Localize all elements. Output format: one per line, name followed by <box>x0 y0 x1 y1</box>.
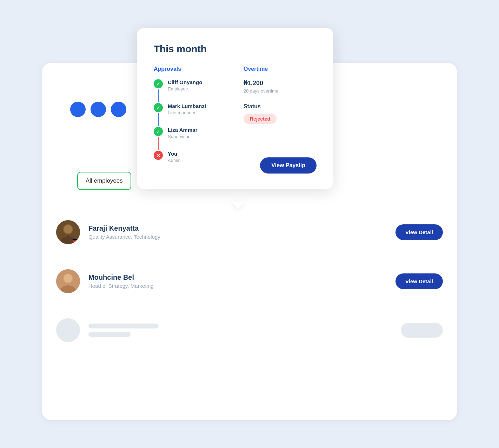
view-detail-button-mouhcine[interactable]: View Detail <box>395 273 443 289</box>
approver-4-role: Admin <box>168 158 181 163</box>
svg-point-3 <box>64 225 72 233</box>
approvals-column: Approvals ✓ Cliff Onyango Employee ✓ <box>154 66 238 174</box>
placeholder-avatar <box>56 318 80 342</box>
check-icon-3: ✓ <box>154 127 163 136</box>
approver-3: ✓ Liza Ammar Supervisor <box>154 127 227 151</box>
flag-kenya: 🇰🇪 <box>72 238 79 243</box>
popup-card: This month Approvals ✓ Cliff Onyango Emp… <box>137 28 333 189</box>
view-detail-button-faraji[interactable]: View Detail <box>395 224 443 240</box>
connector-3 <box>158 137 159 150</box>
status-badge: Rejected <box>244 114 277 124</box>
approver-1: ✓ Cliff Onyango Employee <box>154 79 227 103</box>
dot-3 <box>111 102 126 117</box>
connector-2 <box>158 113 159 126</box>
employee-name-faraji: Faraji Kenyatta <box>88 224 387 232</box>
employee-row-placeholder <box>42 308 457 352</box>
connector-1 <box>158 89 159 102</box>
check-icon-2: ✓ <box>154 103 163 112</box>
employee-name-mouhcine: Mouhcine Bel <box>88 273 387 281</box>
approver-4: ✕ You Admin <box>154 151 227 163</box>
overtime-header: Overtime <box>244 66 317 72</box>
approver-4-name: You <box>168 151 181 157</box>
approvals-header: Approvals <box>154 66 227 72</box>
status-header: Status <box>244 103 317 110</box>
approver-2-role: Line manager <box>168 110 206 115</box>
employee-role-faraji: Quality Assurance, Technology <box>88 234 387 240</box>
x-icon-4: ✕ <box>154 151 163 160</box>
approver-2-name: Mark Lumbanzi <box>168 103 206 109</box>
view-payslip-button[interactable]: View Payslip <box>260 157 317 174</box>
placeholder-btn <box>401 323 443 338</box>
employees-section: 🇰🇪 Faraji Kenyatta Quality Assurance, Te… <box>42 210 457 358</box>
all-employees-button[interactable]: All employees <box>77 172 131 190</box>
overtime-amount: ₦1,200 <box>244 79 317 87</box>
approver-3-role: Supervisor <box>168 134 197 139</box>
employee-info-faraji: Faraji Kenyatta Quality Assurance, Techn… <box>88 224 387 240</box>
employee-row-mouhcine: Mouhcine Bel Head of Strategy, Marketing… <box>42 259 457 303</box>
approver-3-name: Liza Ammar <box>168 127 197 133</box>
employee-role-mouhcine: Head of Strategy, Marketing <box>88 283 387 289</box>
popup-tail <box>232 202 244 209</box>
employee-row-faraji: 🇰🇪 Faraji Kenyatta Quality Assurance, Te… <box>42 210 457 254</box>
svg-point-7 <box>64 274 72 283</box>
avatar-mouhcine <box>56 269 80 293</box>
popup-title: This month <box>154 43 317 55</box>
approver-1-name: Cliff Onyango <box>168 79 202 86</box>
placeholder-line-2 <box>88 332 131 337</box>
approver-1-role: Employee <box>168 86 202 91</box>
approver-2: ✓ Mark Lumbanzi Line manager <box>154 103 227 127</box>
avatar-faraji: 🇰🇪 <box>56 220 80 244</box>
employee-info-mouhcine: Mouhcine Bel Head of Strategy, Marketing <box>88 273 387 289</box>
dot-2 <box>91 102 106 117</box>
check-icon-1: ✓ <box>154 79 163 88</box>
overtime-days: 20 days overtime <box>244 88 317 94</box>
dot-1 <box>70 102 86 117</box>
placeholder-lines <box>88 324 392 337</box>
dots-decoration <box>70 102 126 117</box>
all-employees-label: All employees <box>86 177 123 184</box>
placeholder-line-1 <box>88 324 159 328</box>
overtime-column: Overtime ₦1,200 20 days overtime Status … <box>238 66 317 174</box>
